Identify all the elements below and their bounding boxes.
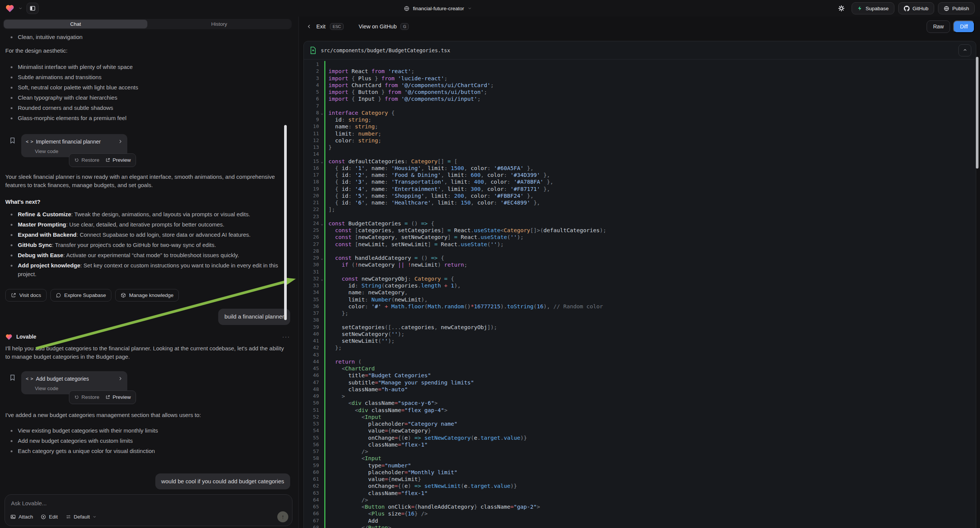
- list-item: Refine & Customize: Tweak the design, an…: [5, 210, 290, 219]
- bookmark-icon[interactable]: [9, 137, 16, 144]
- code-line: 58 <Input: [304, 455, 976, 462]
- manage-knowledge-button[interactable]: Manage knowledge: [115, 289, 179, 302]
- restore-button[interactable]: Restore: [74, 156, 99, 165]
- code-line-text: value={newCategory}: [324, 427, 431, 434]
- code-line-text: <div className="flex gap-4">: [324, 407, 447, 413]
- project-chevron-down-icon: [468, 6, 472, 11]
- chevron-left-icon[interactable]: [307, 24, 312, 29]
- diff-toggle-button[interactable]: Diff: [953, 21, 975, 33]
- line-number: 61: [304, 476, 319, 483]
- code-line: 17 { id: '2', name: 'Food & Dining', lim…: [304, 172, 976, 178]
- topbar-right: Supabase GitHub Publish: [835, 2, 975, 14]
- line-number: 9: [304, 116, 319, 123]
- user-message-bubble: would be cool if you could add budget ca…: [155, 474, 290, 490]
- code-line: 37 };: [304, 310, 976, 316]
- tab-chat[interactable]: Chat: [4, 20, 147, 29]
- external-link-icon: [105, 395, 110, 399]
- message-menu-button[interactable]: ···: [282, 332, 290, 341]
- tab-history[interactable]: History: [147, 20, 291, 29]
- line-number: 22: [304, 206, 319, 213]
- chat-scrollbar-thumb[interactable]: [284, 125, 287, 320]
- workspace-chevron-down-icon[interactable]: [18, 6, 23, 11]
- view-on-github-button[interactable]: View on GitHub: [359, 24, 397, 30]
- code-line-text: [324, 61, 328, 68]
- line-number: 50: [304, 399, 319, 406]
- fold-chevron-icon[interactable]: ⌄: [321, 110, 323, 117]
- line-number: 12: [304, 137, 319, 144]
- line-number: 36: [304, 303, 319, 310]
- code-line-text: import ChartCard from '@/components/ui/C…: [324, 82, 494, 89]
- edit-button[interactable]: Edit: [41, 514, 57, 520]
- visit-docs-button[interactable]: Visit docs: [5, 289, 46, 302]
- code-line: 48 className="h-auto": [304, 386, 976, 393]
- exit-button[interactable]: Exit: [316, 24, 325, 30]
- toggle-sidebar-button[interactable]: [27, 3, 39, 14]
- preview-button[interactable]: Preview: [105, 393, 131, 402]
- line-number: 54: [304, 427, 319, 434]
- code-line: 1: [304, 61, 976, 68]
- topbar-left: [5, 3, 39, 14]
- code-scrollbar-thumb[interactable]: [976, 57, 978, 169]
- code-line: 18 { id: '3', name: 'Transportation', li…: [304, 178, 976, 185]
- code-line: 64 />: [304, 496, 976, 503]
- send-button[interactable]: ↑: [277, 511, 288, 522]
- code-line-text: title="Budget Categories": [324, 372, 431, 379]
- code-line: 54 value={newCategory}: [304, 427, 976, 434]
- code-line-text: const [newCategory, setNewCategory] = Re…: [324, 234, 523, 240]
- raw-toggle-button[interactable]: Raw: [927, 21, 950, 33]
- lovable-avatar-icon: [5, 334, 13, 340]
- list-item: View existing budget categories with the…: [5, 426, 290, 435]
- fold-chevron-icon[interactable]: ⌄: [321, 255, 323, 262]
- line-number: 59: [304, 462, 319, 469]
- chat-input[interactable]: [11, 498, 286, 507]
- bullet-dot: [11, 214, 13, 216]
- code-line: 44 return (: [304, 358, 976, 365]
- external-link-icon: [11, 293, 16, 298]
- project-menu[interactable]: financial-future-creator: [404, 0, 472, 17]
- code-line: 26 const [newCategory, setNewCategory] =…: [304, 234, 976, 240]
- line-number: 6: [304, 95, 319, 102]
- fold-chevron-icon[interactable]: ⌄: [321, 220, 323, 227]
- code-line: 35 limit: Number(newLimit),: [304, 296, 976, 303]
- line-number: 51: [304, 407, 319, 413]
- fold-chevron-icon[interactable]: ⌄: [321, 158, 323, 165]
- bullet-dot: [11, 430, 13, 432]
- line-number: 34: [304, 289, 319, 296]
- github-button[interactable]: GitHub: [898, 2, 934, 14]
- list-item: Clean, intuitive navigation: [5, 33, 290, 42]
- settings-button[interactable]: [835, 2, 848, 14]
- code-line-text: />: [324, 496, 368, 503]
- line-number: 32⌄: [304, 275, 319, 282]
- code-line: 8⌄interface Category {: [304, 110, 976, 116]
- fold-chevron-icon[interactable]: ⌄: [321, 276, 323, 283]
- line-number: 27: [304, 241, 319, 248]
- code-line: 32⌄ const newCategoryObj: Category = {: [304, 275, 976, 282]
- bookmark-icon[interactable]: [9, 374, 16, 381]
- lovable-logo-icon[interactable]: [5, 4, 14, 13]
- line-number: 8⌄: [304, 110, 319, 116]
- chat-messages: Clean, intuitive navigation For the desi…: [5, 30, 290, 528]
- list-item: Add new budget categories with custom li…: [5, 437, 290, 445]
- code-line-text: const [newLimit, setNewLimit] = React.us…: [324, 241, 504, 248]
- preview-button[interactable]: Preview: [105, 156, 131, 165]
- list-item: Glass-morphic elements for a premium fee…: [5, 114, 290, 123]
- supabase-button[interactable]: Supabase: [851, 2, 894, 14]
- line-number: 24⌄: [304, 220, 319, 227]
- model-selector[interactable]: Default: [65, 514, 97, 520]
- restore-button[interactable]: Restore: [74, 393, 99, 402]
- explore-supabase-button[interactable]: Explore Supabase: [50, 289, 111, 302]
- code-line: 61 value={newLimit}: [304, 476, 976, 483]
- assistant-paragraph: I'll help you add budget categories to t…: [5, 344, 289, 361]
- chevron-right-icon: [118, 139, 123, 144]
- code-line-text: { id: '1', name: 'Housing', limit: 1500,…: [324, 165, 533, 172]
- bullet-dot: [11, 254, 13, 256]
- file-header: src/components/budget/BudgetCategories.t…: [304, 41, 976, 59]
- line-number: 47: [304, 379, 319, 386]
- list-item: Rounded corners and subtle shadows: [5, 104, 290, 113]
- code-line: 33 id: String(categories.length + 1),: [304, 282, 976, 289]
- attach-button[interactable]: Attach: [10, 514, 33, 520]
- collapse-file-button[interactable]: [958, 44, 971, 56]
- code-line-text: const newCategoryObj: Category = {: [324, 275, 454, 282]
- design-bullet-list: Minimalist interface with plenty of whit…: [5, 63, 290, 123]
- publish-button[interactable]: Publish: [938, 2, 975, 14]
